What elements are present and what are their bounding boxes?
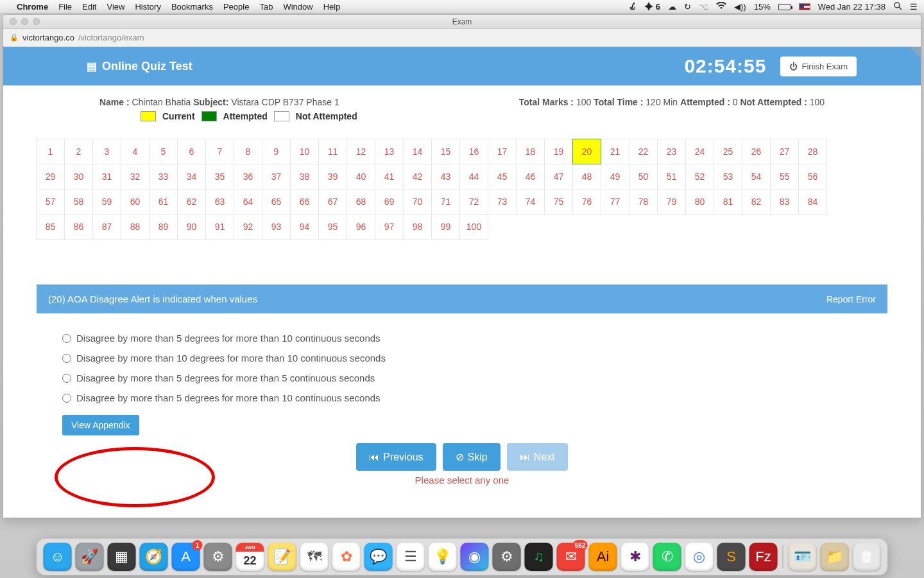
dock-systemprefs[interactable]: ⚙ [204,543,232,571]
dock-mission[interactable]: ▦ [108,543,136,571]
question-cell-26[interactable]: 26 [742,139,771,164]
option-1[interactable]: Disagree by more than 5 degrees for more… [62,333,887,344]
dock-siri[interactable]: ◉ [461,543,489,571]
question-cell-95[interactable]: 95 [318,214,347,240]
question-cell-71[interactable]: 71 [431,189,460,215]
option-radio-2[interactable] [62,354,71,363]
next-button[interactable]: ⏭ Next [507,443,568,471]
menu-bookmarks[interactable]: Bookmarks [171,2,213,12]
question-cell-48[interactable]: 48 [572,164,601,189]
wifi-icon[interactable] [716,2,726,12]
question-cell-62[interactable]: 62 [177,189,206,215]
question-cell-50[interactable]: 50 [629,164,658,189]
dock-slack[interactable]: ✱ [621,543,649,571]
question-cell-69[interactable]: 69 [375,189,404,215]
question-cell-97[interactable]: 97 [375,214,404,240]
option-2[interactable]: Disagree by more than 10 degrees for mor… [62,353,887,363]
question-cell-3[interactable]: 3 [92,139,121,164]
menubar-datetime[interactable]: Wed Jan 22 17:38 [818,2,886,12]
skip-button[interactable]: ⊘ Skip [443,443,501,471]
spotlight-icon[interactable] [893,1,902,12]
menu-tab[interactable]: Tab [259,2,273,12]
question-cell-87[interactable]: 87 [92,214,121,240]
question-cell-40[interactable]: 40 [346,164,375,189]
question-cell-79[interactable]: 79 [657,189,686,215]
question-cell-8[interactable]: 8 [234,139,262,164]
question-cell-52[interactable]: 52 [685,164,714,189]
address-bar[interactable]: 🔒 victortango.co/victortango/exam [3,29,921,47]
question-cell-88[interactable]: 88 [121,214,150,240]
question-cell-38[interactable]: 38 [290,164,319,189]
menu-icon[interactable]: ☰ [910,2,918,12]
option-radio-4[interactable] [62,394,71,403]
question-cell-9[interactable]: 9 [262,139,291,164]
question-cell-94[interactable]: 94 [290,214,319,240]
flag-icon[interactable] [799,3,810,10]
dock-filezilla[interactable]: Fz [749,543,778,571]
question-cell-20[interactable]: 20 [572,139,601,164]
dock-notes[interactable]: 📝 [268,543,296,571]
question-cell-73[interactable]: 73 [488,189,517,215]
question-cell-11[interactable]: 11 [318,139,347,164]
question-cell-39[interactable]: 39 [318,164,347,189]
question-cell-5[interactable]: 5 [149,139,178,164]
question-cell-31[interactable]: 31 [92,164,121,189]
question-cell-46[interactable]: 46 [516,164,545,189]
question-cell-45[interactable]: 45 [488,164,517,189]
question-cell-63[interactable]: 63 [205,189,234,215]
dock-calendar[interactable]: JAN22 [236,543,264,571]
question-cell-17[interactable]: 17 [488,139,517,164]
question-cell-4[interactable]: 4 [121,139,150,164]
question-cell-83[interactable]: 83 [770,189,799,215]
menu-view[interactable]: View [107,2,124,12]
question-cell-90[interactable]: 90 [177,214,206,240]
menubar-app[interactable]: Chrome [17,2,48,12]
bluetooth-icon[interactable]: ⌥ [699,2,708,12]
question-cell-6[interactable]: 6 [177,139,206,164]
question-cell-27[interactable]: 27 [770,139,799,164]
battery-icon[interactable] [778,4,791,10]
question-cell-75[interactable]: 75 [544,189,573,215]
dock-lightbulb[interactable]: 💡 [429,543,457,571]
question-cell-85[interactable]: 85 [36,214,65,240]
question-cell-29[interactable]: 29 [36,164,65,189]
question-cell-59[interactable]: 59 [92,189,121,215]
question-cell-66[interactable]: 66 [290,189,319,215]
question-cell-86[interactable]: 86 [64,214,93,240]
question-cell-92[interactable]: 92 [234,214,262,240]
dock-launchpad[interactable]: 🚀 [76,543,104,571]
question-cell-21[interactable]: 21 [601,139,629,164]
question-cell-12[interactable]: 12 [346,139,375,164]
volume-icon[interactable]: ◀)) [734,2,746,12]
question-cell-84[interactable]: 84 [798,189,827,215]
adobe-icon[interactable]: ⯌ 6 [645,2,660,12]
question-cell-2[interactable]: 2 [64,139,93,164]
question-cell-34[interactable]: 34 [177,164,206,189]
option-radio-3[interactable] [62,374,71,383]
menu-window[interactable]: Window [283,2,312,12]
question-cell-76[interactable]: 76 [572,189,601,215]
question-cell-78[interactable]: 78 [629,189,658,215]
question-cell-98[interactable]: 98 [403,214,432,240]
question-cell-10[interactable]: 10 [290,139,319,164]
dock-maps[interactable]: 🗺 [300,543,329,571]
question-cell-74[interactable]: 74 [516,189,545,215]
question-cell-80[interactable]: 80 [685,189,714,215]
question-cell-70[interactable]: 70 [403,189,432,215]
dock-appstore[interactable]: A1 [172,543,200,571]
question-cell-35[interactable]: 35 [205,164,234,189]
dock-illustrator[interactable]: Ai [589,543,617,571]
question-cell-93[interactable]: 93 [262,214,291,240]
menu-file[interactable]: File [58,2,72,12]
question-cell-16[interactable]: 16 [459,139,488,164]
menu-help[interactable]: Help [323,2,341,12]
question-cell-67[interactable]: 67 [318,189,347,215]
question-cell-30[interactable]: 30 [64,164,93,189]
dock-safari[interactable]: 🧭 [140,543,168,571]
question-cell-82[interactable]: 82 [742,189,771,215]
question-cell-100[interactable]: 100 [459,214,488,240]
question-cell-77[interactable]: 77 [601,189,629,215]
dock-spotify[interactable]: ♫ [525,543,553,571]
question-cell-65[interactable]: 65 [262,189,291,215]
question-cell-81[interactable]: 81 [714,189,742,215]
